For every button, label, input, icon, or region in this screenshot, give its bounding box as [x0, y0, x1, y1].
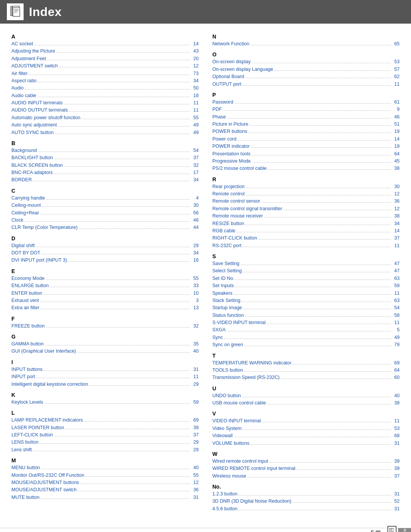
entry-label: ENTER button	[11, 290, 42, 297]
entry-page: 40	[191, 348, 199, 355]
entry-label: Lens shift	[11, 446, 32, 454]
entry-label: Ceiling-mount	[11, 202, 41, 209]
list-item: Startup image54	[212, 304, 400, 312]
section-letter: I	[11, 359, 199, 365]
entry-dots	[242, 397, 391, 397]
list-item: Adjusting the Picture43	[11, 48, 199, 55]
entry-label: MENU button	[11, 464, 40, 471]
entry-dots	[267, 324, 391, 324]
list-item: OUTPUT port11	[212, 81, 400, 88]
list-item: UNDO button40	[212, 392, 400, 399]
entry-page: 18	[191, 92, 199, 99]
entry-page: 37	[191, 431, 199, 439]
entry-dots	[40, 443, 190, 444]
entry-label: Air filter	[11, 70, 27, 77]
entry-page: 55	[191, 114, 199, 121]
list-item: Remote mouse receiver38	[212, 212, 400, 220]
index-section-u: UUNDO button40USB mouse control cable38	[212, 385, 400, 407]
entry-dots	[235, 287, 391, 287]
entry-dots	[33, 451, 190, 451]
entry-dots	[59, 67, 190, 67]
entry-dots	[44, 371, 190, 371]
list-item: FREEZE button32	[11, 323, 199, 330]
entry-dots	[46, 280, 190, 280]
list-item: Digital shift29	[11, 242, 199, 249]
entry-dots	[89, 385, 190, 386]
entry-label: RIGHT-CLICK button	[212, 235, 257, 242]
list-item: Wireless mouse37	[212, 473, 400, 480]
page-number: E-88	[371, 530, 381, 532]
list-item: CLR Temp (Color Temperature)44	[11, 224, 199, 231]
entry-page: 49	[191, 129, 199, 136]
entry-label: Phase	[212, 113, 226, 121]
entry-label: S-VIDEO INPUT terminal	[212, 319, 266, 326]
entry-label: Rear projection	[212, 183, 245, 190]
entry-dots	[69, 111, 190, 112]
entry-label: OUTPUT port	[212, 81, 241, 88]
entry-dots	[25, 89, 190, 89]
entry-dots	[241, 265, 391, 265]
entry-label: INPUT port	[11, 373, 35, 380]
entry-page: 38	[392, 212, 400, 220]
entry-label: SXGA	[212, 326, 226, 334]
entry-dots	[227, 331, 391, 331]
section-letter: T	[212, 353, 400, 359]
list-item: MOUSE/ADJUSTMENT buttons12	[11, 479, 199, 486]
entry-page: 20	[191, 55, 199, 62]
entry-dots	[47, 60, 190, 60]
entry-label: Remote mouse receiver	[212, 212, 263, 220]
entry-page: 31	[392, 490, 400, 498]
list-item: VOLUME buttons31	[212, 440, 400, 447]
entry-page: 40	[191, 464, 199, 471]
section-letter: B	[11, 140, 199, 146]
list-item: AUDIO OUTPUT terminals11	[11, 107, 199, 114]
list-item: LASER POINTER button39	[11, 424, 199, 431]
list-item: BORDER34	[11, 176, 199, 184]
entry-page: 53	[392, 58, 400, 66]
entry-label: Intelligent digital keystone correction	[11, 381, 88, 388]
entry-label: 4.5.6 button	[212, 505, 237, 513]
entry-dots	[86, 476, 190, 477]
entry-page: 11	[392, 81, 400, 88]
entry-page: 60	[392, 374, 400, 381]
entry-label: PDF	[212, 106, 222, 113]
entry-dots	[80, 484, 190, 484]
section-letter: D	[11, 235, 199, 241]
entry-dots	[264, 217, 391, 217]
list-item: DOT BY DOT34	[11, 249, 199, 257]
section-letter: N	[212, 34, 400, 40]
list-item: Ceiling+Rear56	[11, 209, 199, 217]
list-item: Picture in Picture51	[212, 121, 400, 128]
list-item: DVI INPUT port (INPUT 3)16	[11, 257, 199, 264]
entry-dots	[268, 169, 391, 170]
entry-dots	[262, 422, 391, 422]
entry-page: 17	[191, 169, 199, 176]
entry-dots	[40, 302, 190, 302]
list-item: GUI (Graphical User Interface)40	[11, 348, 199, 355]
list-item: Audio50	[11, 85, 199, 92]
section-letter: P	[212, 92, 400, 98]
entry-dots	[249, 125, 391, 126]
entry-dots	[234, 437, 391, 437]
list-item: Save Setting47	[212, 260, 400, 267]
entry-label: 1.2.3 button	[212, 490, 237, 498]
entry-label: LEFT-CLICK button	[11, 431, 53, 439]
list-item: BACKLIGHT button37	[11, 154, 199, 161]
section-letter: G	[11, 334, 199, 340]
entry-page: 11	[392, 290, 400, 297]
entry-label: Remote control signal transmitter	[212, 205, 282, 212]
section-letter: U	[212, 385, 400, 391]
entry-page: 79	[392, 341, 400, 348]
entry-dots	[41, 498, 190, 499]
entry-dots	[64, 166, 190, 167]
list-item: RIGHT-CLICK button37	[212, 235, 400, 242]
entry-label: TEMPERATURE WARNING indicator	[212, 359, 292, 367]
entry-label: Background	[11, 147, 37, 154]
entry-label: Video System	[212, 425, 242, 432]
list-item: Phase46	[212, 113, 400, 121]
entry-dots	[234, 294, 391, 295]
list-item: Air filter73	[11, 70, 199, 77]
entry-label: Videowall	[212, 432, 233, 439]
entry-dots	[237, 140, 391, 141]
entry-page: 35	[191, 340, 199, 348]
